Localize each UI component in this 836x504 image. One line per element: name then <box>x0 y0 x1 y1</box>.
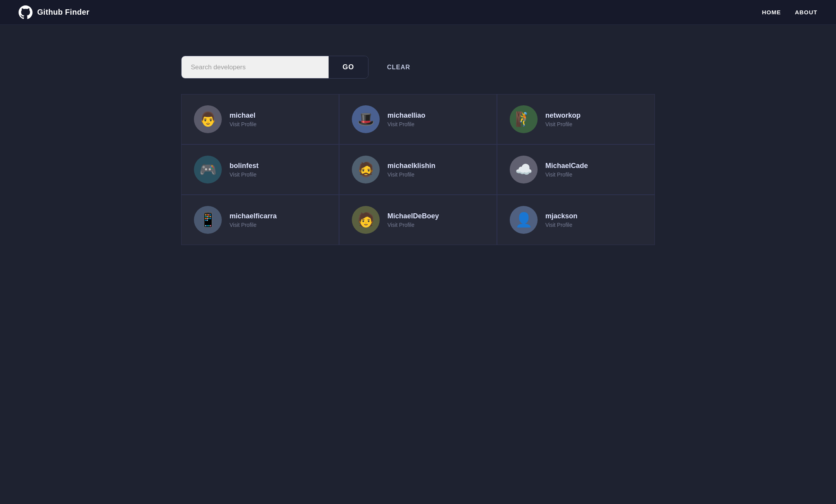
search-input[interactable] <box>182 56 329 78</box>
avatar-emoji: 🧔 <box>357 161 375 178</box>
avatar-emoji: 🎩 <box>357 111 375 127</box>
avatar: 📱 <box>194 206 222 234</box>
visit-profile-link[interactable]: Visit Profile <box>230 171 259 178</box>
main-content: GO CLEAR 👨 michael Visit Profile 🎩 micha… <box>163 25 673 261</box>
search-container: GO CLEAR <box>181 56 655 79</box>
avatar-emoji: 👤 <box>515 212 533 228</box>
user-info: MichaelDeBoey Visit Profile <box>387 212 439 228</box>
username: michaelficarra <box>230 212 277 220</box>
result-card[interactable]: 🧑 MichaelDeBoey Visit Profile <box>339 195 497 245</box>
app-title: Github Finder <box>37 8 89 17</box>
nav-brand: Github Finder <box>19 5 89 19</box>
navbar: Github Finder HOME ABOUT <box>0 0 836 25</box>
visit-profile-link[interactable]: Visit Profile <box>387 222 439 228</box>
username: MichaelDeBoey <box>387 212 439 220</box>
result-card[interactable]: 📱 michaelficarra Visit Profile <box>181 195 339 245</box>
result-card[interactable]: 🧔 michaelklishin Visit Profile <box>339 144 497 195</box>
result-card[interactable]: 👤 mjackson Visit Profile <box>497 195 655 245</box>
user-info: bolinfest Visit Profile <box>230 162 259 178</box>
username: michaelklishin <box>387 162 435 170</box>
avatar: 👤 <box>510 206 538 234</box>
username: networkop <box>545 111 581 120</box>
avatar-emoji: ☁️ <box>515 161 533 178</box>
user-info: MichaelCade Visit Profile <box>545 162 588 178</box>
visit-profile-link[interactable]: Visit Profile <box>230 121 257 127</box>
username: MichaelCade <box>545 162 588 170</box>
avatar-emoji: 👨 <box>199 111 217 127</box>
result-card[interactable]: 🎮 bolinfest Visit Profile <box>181 144 339 195</box>
username: michael <box>230 111 257 120</box>
user-info: michaelliao Visit Profile <box>387 111 425 127</box>
github-logo-icon <box>19 5 33 19</box>
result-card[interactable]: 🎩 michaelliao Visit Profile <box>339 94 497 144</box>
avatar: ☁️ <box>510 156 538 183</box>
result-card[interactable]: ☁️ MichaelCade Visit Profile <box>497 144 655 195</box>
visit-profile-link[interactable]: Visit Profile <box>387 121 425 127</box>
username: michaelliao <box>387 111 425 120</box>
go-button[interactable]: GO <box>329 56 368 78</box>
visit-profile-link[interactable]: Visit Profile <box>387 171 435 178</box>
user-info: networkop Visit Profile <box>545 111 581 127</box>
visit-profile-link[interactable]: Visit Profile <box>230 222 277 228</box>
user-info: mjackson Visit Profile <box>545 212 577 228</box>
result-card[interactable]: 🧗 networkop Visit Profile <box>497 94 655 144</box>
avatar-emoji: 🧗 <box>515 111 533 127</box>
avatar: 🧑 <box>352 206 380 234</box>
username: mjackson <box>545 212 577 220</box>
nav-links: HOME ABOUT <box>762 9 817 15</box>
visit-profile-link[interactable]: Visit Profile <box>545 171 588 178</box>
results-grid: 👨 michael Visit Profile 🎩 michaelliao Vi… <box>181 94 655 245</box>
visit-profile-link[interactable]: Visit Profile <box>545 222 577 228</box>
nav-home-link[interactable]: HOME <box>762 9 781 15</box>
avatar: 🧔 <box>352 156 380 183</box>
avatar: 🧗 <box>510 105 538 133</box>
user-info: michaelklishin Visit Profile <box>387 162 435 178</box>
avatar-emoji: 📱 <box>199 212 217 228</box>
avatar-emoji: 🎮 <box>199 161 217 178</box>
avatar: 🎩 <box>352 105 380 133</box>
clear-button[interactable]: CLEAR <box>376 58 421 76</box>
result-card[interactable]: 👨 michael Visit Profile <box>181 94 339 144</box>
nav-about-link[interactable]: ABOUT <box>795 9 817 15</box>
avatar-emoji: 🧑 <box>357 212 375 228</box>
search-input-wrapper: GO <box>181 56 368 79</box>
username: bolinfest <box>230 162 259 170</box>
user-info: michaelficarra Visit Profile <box>230 212 277 228</box>
user-info: michael Visit Profile <box>230 111 257 127</box>
avatar: 👨 <box>194 105 222 133</box>
avatar: 🎮 <box>194 156 222 183</box>
visit-profile-link[interactable]: Visit Profile <box>545 121 581 127</box>
